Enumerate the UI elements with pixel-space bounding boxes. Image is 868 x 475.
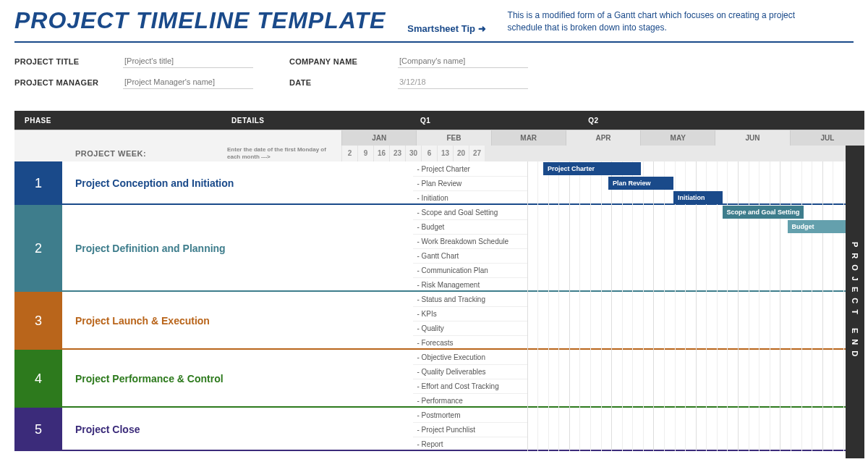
month-cell: FEB <box>416 130 490 146</box>
phase-name: Project Definition and Planning <box>62 205 413 292</box>
page-title: PROJECT TIMELINE TEMPLATE <box>14 7 386 34</box>
phase-name: Project Conception and Initiation <box>62 161 413 205</box>
phase-row: 2Project Definition and Planning- Scope … <box>14 205 864 292</box>
month-cell: JUN <box>715 130 789 146</box>
week-cell[interactable]: 13 <box>437 146 453 161</box>
detail-item: - Project Charter <box>413 161 527 176</box>
week-cell[interactable]: 20 <box>453 146 469 161</box>
gantt-chart: PHASE DETAILS Q1 Q2 JANFEBMARAPRMAYJUNJU… <box>14 111 864 451</box>
month-cell: JAN <box>341 130 416 146</box>
week-row: PROJECT WEEK: Enter the date of the firs… <box>14 146 864 161</box>
header: PROJECT TIMELINE TEMPLATE Smartsheet Tip… <box>14 0 854 43</box>
detail-item: - Budget <box>413 219 527 234</box>
project-manager-label: PROJECT MANAGER <box>14 78 109 87</box>
header-description: This is a modified form of a Gantt chart… <box>508 9 826 34</box>
detail-item: - Performance <box>413 393 527 408</box>
week-cell[interactable]: 9 <box>357 146 373 161</box>
detail-item: - Objective Execution <box>413 350 527 364</box>
detail-item: - Quality Deliverables <box>413 364 527 379</box>
col-header-q1: Q1 <box>341 117 509 125</box>
project-end-label: PROJECT END <box>846 146 864 458</box>
table-header: PHASE DETAILS Q1 Q2 <box>14 111 864 130</box>
col-header-phase: PHASE <box>14 117 62 125</box>
week-cell[interactable]: 2 <box>341 146 357 161</box>
week-cell[interactable]: 23 <box>389 146 405 161</box>
phase-row: 4Project Performance & Control- Objectiv… <box>14 350 864 408</box>
week-cell[interactable]: 30 <box>405 146 421 161</box>
detail-item: - Report <box>413 437 527 451</box>
project-title-label: PROJECT TITLE <box>14 57 109 66</box>
week-cell[interactable]: 16 <box>373 146 389 161</box>
week-cell[interactable]: 6 <box>421 146 437 161</box>
detail-item: - Scope and Goal Setting <box>413 205 527 219</box>
month-row: JANFEBMARAPRMAYJUNJUL <box>14 130 864 146</box>
phase-row: 1Project Conception and Initiation- Proj… <box>14 161 864 205</box>
project-week-label: PROJECT WEEK: <box>62 146 227 161</box>
month-cell: MAR <box>491 130 566 146</box>
phase-name: Project Launch & Execution <box>62 292 413 350</box>
month-cell: JUL <box>790 130 864 146</box>
phase-number: 2 <box>14 205 62 292</box>
detail-item: - Gantt Chart <box>413 248 527 263</box>
week-cell[interactable]: 27 <box>469 146 485 161</box>
detail-item: - Effort and Cost Tracking <box>413 379 527 393</box>
date-label: DATE <box>289 78 383 87</box>
month-cell: MAY <box>640 130 715 146</box>
detail-item: - Risk Management <box>413 277 527 292</box>
month-cell: APR <box>566 130 640 146</box>
col-header-q2: Q2 <box>509 117 677 125</box>
detail-item: - Quality <box>413 321 527 335</box>
phase-row: 3Project Launch & Execution- Status and … <box>14 292 864 350</box>
date-field[interactable] <box>398 75 528 89</box>
gantt-bar[interactable]: Budget <box>788 220 853 233</box>
detail-item: - Status and Tracking <box>413 292 527 306</box>
col-header-details: DETAILS <box>227 117 341 125</box>
week-hint: Enter the date of the first Monday of ea… <box>227 146 341 161</box>
project-manager-field[interactable] <box>123 75 253 89</box>
detail-item: - Postmortem <box>413 408 527 422</box>
detail-item: - KPIs <box>413 306 527 321</box>
detail-item: - Initiation <box>413 190 527 205</box>
phase-number: 5 <box>14 408 62 451</box>
detail-item: - Communication Plan <box>413 263 527 277</box>
detail-item: - Project Punchlist <box>413 422 527 437</box>
meta-form: PROJECT TITLE PROJECT MANAGER COMPANY NA… <box>14 43 854 111</box>
phase-row: 5Project Close- Postmortem- Project Punc… <box>14 408 864 451</box>
phase-number: 3 <box>14 292 62 350</box>
gantt-bar[interactable]: Scope and Goal Setting <box>723 206 804 219</box>
project-title-field[interactable] <box>123 54 253 68</box>
gantt-bar[interactable]: Plan Review <box>608 177 673 190</box>
detail-item: - Plan Review <box>413 176 527 190</box>
detail-item: - Forecasts <box>413 335 527 350</box>
phase-name: Project Close <box>62 408 413 451</box>
gantt-bar[interactable]: Project Charter <box>543 162 641 175</box>
phase-number: 4 <box>14 350 62 408</box>
smartsheet-tip-link[interactable]: Smartsheet Tip ➜ <box>407 23 485 34</box>
company-name-field[interactable] <box>398 54 528 68</box>
phase-name: Project Performance & Control <box>62 350 413 408</box>
gantt-bar[interactable]: Initiation <box>673 191 723 204</box>
detail-item: - Work Breakdown Schedule <box>413 234 527 248</box>
company-name-label: COMPANY NAME <box>289 57 383 66</box>
phase-number: 1 <box>14 161 62 205</box>
